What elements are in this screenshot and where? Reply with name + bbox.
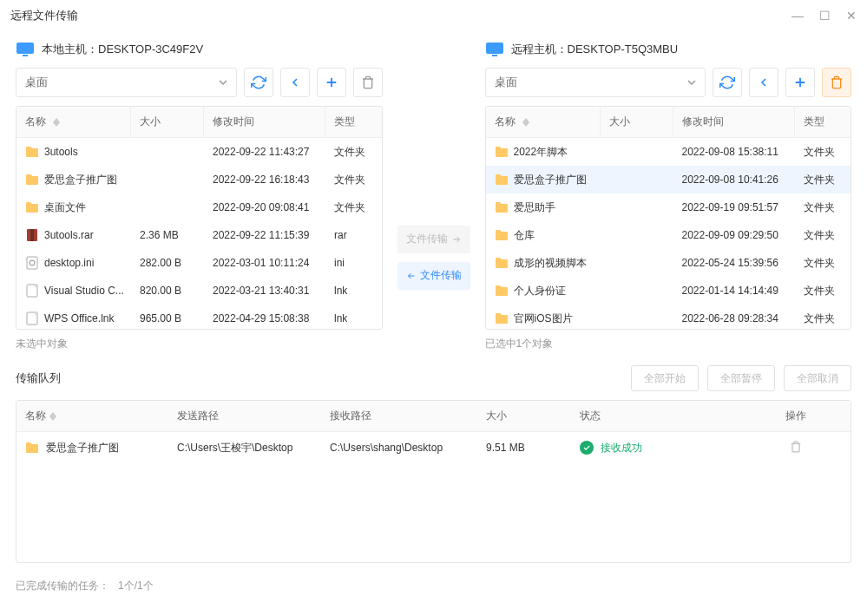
local-file-list: 名称 大小 修改时间 类型 3utools2022-09-22 11:43:27…: [16, 106, 383, 330]
file-row[interactable]: 桌面文件2022-09-20 09:08:41文件夹: [16, 193, 382, 221]
svg-rect-9: [492, 55, 497, 56]
queue-title: 传输队列: [16, 370, 61, 386]
file-date: 2022-09-22 16:18:43: [204, 174, 325, 186]
file-date: 2022-05-24 15:39:56: [673, 257, 795, 269]
file-type: 文件夹: [325, 200, 382, 215]
local-col-date-header[interactable]: 修改时间: [204, 107, 325, 137]
file-name: 成形的视频脚本: [514, 256, 587, 271]
file-size: 282.00 B: [131, 257, 204, 269]
file-row[interactable]: 爱思盒子推广图2022-09-22 16:18:43文件夹: [16, 166, 382, 193]
queue-col-size[interactable]: 大小: [477, 401, 571, 431]
local-new-folder-button[interactable]: [317, 68, 346, 97]
file-date: 2022-03-21 13:40:31: [204, 285, 325, 297]
monitor-icon: [485, 42, 504, 57]
remote-panel: 远程主机：DESKTOP-T5Q3MBU 桌面 名称 大小 修改时间 类型 20…: [485, 42, 852, 351]
local-back-button[interactable]: [280, 68, 310, 97]
file-row[interactable]: desktop.ini282.00 B2022-03-01 10:11:24in…: [16, 249, 382, 277]
queue-row[interactable]: 爱思盒子推广图C:\Users\王梭宇\DesktopC:\Users\shan…: [16, 432, 851, 463]
file-type: lnk: [325, 285, 382, 297]
chevron-down-icon: [219, 78, 227, 87]
file-type: 文件夹: [795, 173, 851, 187]
local-col-name-header[interactable]: 名称: [16, 107, 131, 137]
file-type: rar: [325, 229, 382, 241]
file-type: ini: [325, 257, 382, 269]
remote-col-size-header[interactable]: 大小: [601, 107, 673, 137]
file-row[interactable]: Visual Studio C...820.00 B2022-03-21 13:…: [16, 277, 382, 305]
remote-new-folder-button[interactable]: [785, 68, 815, 97]
remote-file-list: 名称 大小 修改时间 类型 2022年脚本2022-09-08 15:38:11…: [485, 106, 852, 330]
transfer-to-local-button[interactable]: 文件传输: [397, 262, 470, 290]
file-row[interactable]: 仓库2022-09-09 09:29:50文件夹: [486, 221, 851, 249]
local-delete-button[interactable]: [353, 68, 383, 97]
file-row[interactable]: 成形的视频脚本2022-05-24 15:39:56文件夹: [486, 249, 851, 277]
file-date: 2022-03-01 10:11:24: [204, 257, 325, 269]
file-row[interactable]: 3utools2022-09-22 11:43:27文件夹: [16, 138, 382, 166]
file-name: 仓库: [514, 228, 535, 243]
file-size: 820.00 B: [131, 285, 204, 297]
local-location-select[interactable]: 桌面: [16, 68, 237, 97]
remote-col-name-header[interactable]: 名称: [486, 107, 601, 137]
file-date: 2022-04-29 15:08:38: [204, 312, 325, 324]
monitor-icon: [16, 42, 35, 57]
file-type: 文件夹: [795, 284, 851, 298]
queue-item-delete-button[interactable]: [790, 441, 802, 455]
file-name: 爱思助手: [514, 200, 555, 215]
remote-back-button[interactable]: [749, 68, 778, 97]
remote-col-type-header[interactable]: 类型: [795, 107, 851, 137]
remote-host-label: 远程主机：DESKTOP-T5Q3MBU: [511, 42, 679, 57]
svg-rect-1: [23, 55, 28, 56]
close-button[interactable]: ✕: [846, 9, 857, 23]
file-row[interactable]: 3utools.rar2.36 MB2022-09-22 11:15:39rar: [16, 221, 382, 249]
file-date: 2022-09-22 11:15:39: [204, 229, 325, 241]
queue-col-action[interactable]: 操作: [740, 401, 851, 431]
transfer-controls: 文件传输 文件传输: [395, 42, 473, 351]
queue-col-recv[interactable]: 接收路径: [321, 401, 477, 431]
queue-pause-all-button[interactable]: 全部暂停: [707, 365, 775, 391]
queue-col-send[interactable]: 发送路径: [168, 401, 321, 431]
footer: 已完成传输的任务： 1个/1个: [0, 573, 867, 599]
file-name: 官网iOS图片: [514, 311, 573, 326]
window-title: 远程文件传输: [10, 8, 78, 23]
file-size: 2.36 MB: [131, 229, 204, 241]
remote-status: 已选中1个对象: [485, 337, 852, 351]
remote-location-select[interactable]: 桌面: [485, 68, 706, 97]
queue-item-size: 9.51 MB: [477, 432, 571, 463]
file-row[interactable]: WPS Office.lnk965.00 B2022-04-29 15:08:3…: [16, 305, 382, 329]
file-row[interactable]: 个人身份证2022-01-14 14:14:49文件夹: [486, 277, 851, 305]
chevron-down-icon: [687, 78, 696, 87]
file-date: 2022-09-22 11:43:27: [204, 146, 325, 158]
local-col-size-header[interactable]: 大小: [131, 107, 204, 137]
local-refresh-button[interactable]: [244, 68, 273, 97]
remote-delete-button[interactable]: [822, 68, 851, 97]
queue-col-status[interactable]: 状态: [571, 401, 740, 431]
file-date: 2022-09-19 09:51:57: [673, 201, 795, 213]
file-date: 2022-06-28 09:28:34: [673, 312, 795, 324]
file-row[interactable]: 官网iOS图片2022-06-28 09:28:34文件夹: [486, 305, 851, 329]
local-host-label: 本地主机：DESKTOP-3C49F2V: [42, 42, 203, 57]
queue-item-name: 爱思盒子推广图: [46, 441, 119, 455]
file-date: 2022-09-08 15:38:11: [673, 146, 795, 158]
remote-refresh-button[interactable]: [713, 68, 742, 97]
file-type: 文件夹: [795, 256, 851, 271]
file-row[interactable]: 爱思助手2022-09-19 09:51:57文件夹: [486, 193, 851, 221]
file-date: 2022-09-08 10:41:26: [673, 174, 795, 186]
file-type: 文件夹: [325, 173, 382, 187]
file-row[interactable]: 爱思盒子推广图2022-09-08 10:41:26文件夹: [486, 166, 851, 193]
queue-start-all-button[interactable]: 全部开始: [631, 365, 699, 391]
minimize-button[interactable]: —: [791, 9, 804, 23]
queue-cancel-all-button[interactable]: 全部取消: [784, 365, 851, 391]
maximize-button[interactable]: ☐: [819, 9, 831, 23]
local-col-type-header[interactable]: 类型: [325, 107, 382, 137]
queue-table: 名称 发送路径 接收路径 大小 状态 操作 爱思盒子推广图C:\Users\王梭…: [16, 400, 851, 563]
file-name: 3utools.rar: [44, 229, 94, 241]
file-row[interactable]: 2022年脚本2022-09-08 15:38:11文件夹: [486, 138, 851, 166]
local-status: 未选中对象: [16, 337, 383, 351]
file-date: 2022-09-20 09:08:41: [204, 201, 325, 213]
remote-col-date-header[interactable]: 修改时间: [673, 107, 795, 137]
svg-rect-3: [30, 229, 34, 241]
svg-rect-4: [27, 257, 37, 269]
file-size: 965.00 B: [131, 312, 204, 324]
queue-col-name[interactable]: 名称: [16, 401, 168, 431]
file-name: 桌面文件: [44, 200, 86, 215]
file-name: 爱思盒子推广图: [514, 173, 587, 187]
